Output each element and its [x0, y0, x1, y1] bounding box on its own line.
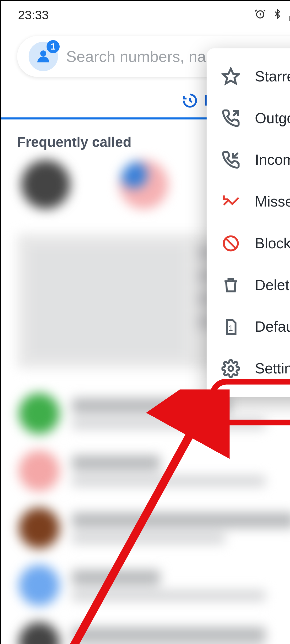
star-icon [221, 66, 241, 87]
bluetooth-icon [272, 8, 283, 23]
frequent-contact[interactable] [119, 160, 168, 209]
menu-label: Outgoing calls [255, 110, 290, 127]
menu-label: Default SIM - SIM 1 [255, 318, 290, 335]
sim-icon: 1 [221, 317, 241, 337]
menu-delete-all-calls[interactable]: Delete all calls [207, 264, 290, 306]
menu-label: Missed calls [255, 193, 290, 210]
svg-point-6 [228, 366, 233, 371]
profile-avatar[interactable]: 1 [29, 42, 58, 71]
menu-settings[interactable]: Settings [207, 348, 290, 390]
frequent-contact[interactable] [21, 160, 70, 209]
avatar-badge-count: 1 [47, 40, 60, 53]
phone-outgoing-icon [221, 108, 241, 128]
menu-label: Delete all calls [255, 276, 290, 294]
call-log-row[interactable] [1, 499, 290, 557]
phone-incoming-icon [221, 150, 241, 170]
menu-starred-calls[interactable]: Starred calls [207, 56, 290, 98]
menu-default-sim[interactable]: 1 Default SIM - SIM 1 [207, 306, 290, 348]
menu-label: Blocked calls [255, 235, 290, 252]
call-log-row[interactable] [1, 557, 290, 614]
gear-icon [221, 358, 241, 379]
search-placeholder: Search numbers, nam [66, 48, 219, 65]
svg-text:1: 1 [229, 324, 233, 332]
menu-incoming-calls[interactable]: Incoming calls [207, 139, 290, 181]
alarm-icon [254, 8, 266, 23]
call-log-row[interactable] [1, 614, 290, 644]
trash-icon [221, 275, 241, 295]
block-icon [221, 233, 241, 253]
menu-label: Settings [255, 360, 290, 377]
status-bar: 23:33 Vol1 LTE2 7.91 KB/s 5G 16% [1, 1, 290, 29]
network-label: Vol1 LTE2 [288, 8, 290, 23]
menu-blocked-calls[interactable]: Blocked calls [207, 223, 290, 264]
menu-label: Incoming calls [255, 151, 290, 169]
menu-label: Starred calls [255, 68, 290, 85]
menu-outgoing-calls[interactable]: Outgoing calls [207, 97, 290, 139]
overflow-menu: Starred calls Outgoing calls Incoming ca… [207, 48, 290, 397]
phone-missed-icon [221, 192, 241, 212]
status-time: 23:33 [18, 8, 254, 22]
menu-missed-calls[interactable]: Missed calls [207, 181, 290, 223]
call-log-row[interactable] [1, 442, 290, 500]
status-icons: Vol1 LTE2 7.91 KB/s 5G 16% [254, 7, 290, 23]
